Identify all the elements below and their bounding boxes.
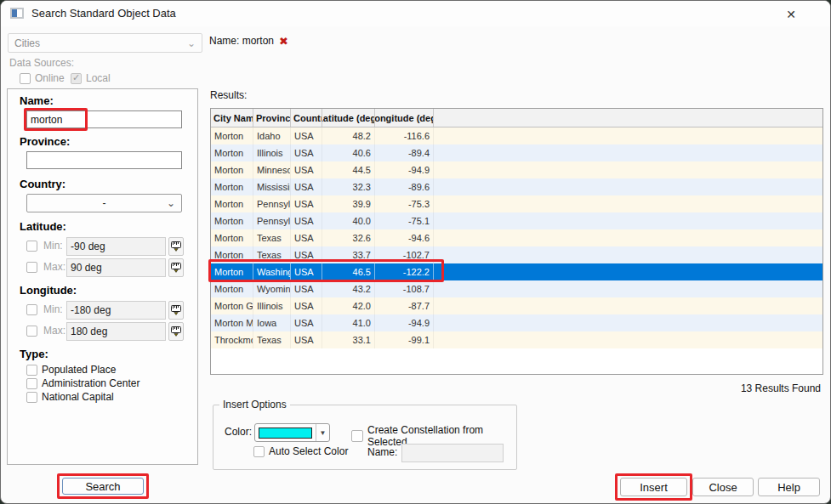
country-select[interactable]: - ⌄ bbox=[26, 194, 182, 212]
remove-filter-icon[interactable]: ✖ bbox=[279, 36, 288, 47]
table-cell: Mississipp bbox=[253, 178, 291, 195]
color-swatch bbox=[259, 428, 312, 439]
type-option-label: Administration Center bbox=[42, 377, 139, 389]
table-row[interactable]: MortonWashingtUSA46.5-122.2 bbox=[211, 263, 822, 280]
table-cell: 33.1 bbox=[322, 331, 375, 348]
table-cell: Morton bbox=[211, 161, 253, 178]
table-row[interactable]: MortonPennsylvaUSA40.0-75.1 bbox=[211, 212, 822, 229]
longitude-min-checkbox[interactable] bbox=[26, 304, 37, 315]
table-cell: -116.6 bbox=[375, 127, 434, 144]
type-option-checkbox[interactable] bbox=[26, 392, 37, 403]
search-button[interactable]: Search bbox=[62, 478, 144, 495]
type-option-label: Populated Place bbox=[42, 364, 116, 376]
table-cell: USA bbox=[291, 331, 322, 348]
table-row[interactable]: MortonMississippUSA32.3-89.6 bbox=[211, 178, 822, 195]
column-header-country[interactable]: Country bbox=[291, 109, 322, 127]
column-header-longitude[interactable]: Longitude (deg) bbox=[375, 109, 434, 127]
longitude-min-input[interactable] bbox=[66, 301, 166, 320]
name-input[interactable] bbox=[26, 110, 182, 128]
auto-select-color-checkbox[interactable] bbox=[253, 446, 265, 457]
catalog-select[interactable]: Cities ⌄ bbox=[8, 33, 202, 53]
angle-picker-button[interactable] bbox=[168, 301, 184, 320]
chevron-down-icon: ⌄ bbox=[187, 38, 202, 48]
type-option-row: Populated Place bbox=[26, 364, 116, 376]
type-option-row: Administration Center bbox=[26, 377, 139, 389]
ruler-icon bbox=[171, 326, 181, 337]
table-cell: -89.4 bbox=[375, 144, 434, 161]
color-picker-button[interactable]: ▼ bbox=[254, 423, 330, 442]
table-cell: Throckmort bbox=[211, 331, 253, 348]
table-cell: 40.0 bbox=[322, 212, 375, 229]
table-cell: 39.9 bbox=[322, 195, 375, 212]
type-option-checkbox[interactable] bbox=[26, 378, 37, 389]
local-checkbox[interactable] bbox=[71, 73, 82, 84]
table-cell: Morton bbox=[211, 127, 253, 144]
table-cell: USA bbox=[291, 127, 322, 144]
column-header-province[interactable]: Province bbox=[253, 109, 291, 127]
angle-picker-button[interactable] bbox=[168, 322, 184, 341]
longitude-min-row: Min: bbox=[26, 303, 66, 315]
table-row[interactable]: MortonPennsylvaUSA39.9-75.3 bbox=[211, 195, 822, 212]
table-cell: Washingt bbox=[253, 263, 291, 280]
table-cell: -94.9 bbox=[375, 161, 434, 178]
table-cell: Morton Mill bbox=[211, 314, 253, 331]
table-cell: USA bbox=[291, 229, 322, 246]
data-sources-label: Data Sources: bbox=[9, 57, 74, 69]
table-row[interactable]: MortonWyomingUSA43.2-108.7 bbox=[211, 280, 822, 297]
country-select-value: - bbox=[103, 197, 106, 209]
window-title: Search Standard Object Data bbox=[31, 7, 176, 20]
table-cell: 43.2 bbox=[322, 280, 375, 297]
online-checkbox[interactable] bbox=[20, 73, 31, 84]
column-header-filler bbox=[434, 109, 822, 127]
longitude-max-checkbox[interactable] bbox=[26, 326, 37, 337]
table-cell: Morton bbox=[211, 195, 253, 212]
constellation-name-input[interactable] bbox=[401, 444, 504, 462]
table-cell: USA bbox=[291, 195, 322, 212]
angle-picker-button[interactable] bbox=[168, 237, 184, 256]
type-option-checkbox[interactable] bbox=[26, 365, 37, 376]
close-button[interactable]: Close bbox=[692, 478, 754, 496]
longitude-max-input[interactable] bbox=[66, 322, 166, 341]
min-label: Min: bbox=[43, 303, 66, 315]
table-cell: Illinois bbox=[253, 297, 291, 314]
table-cell: Iowa bbox=[253, 314, 291, 331]
table-cell: -99.1 bbox=[375, 331, 434, 348]
auto-select-color-label: Auto Select Color bbox=[269, 445, 348, 457]
close-icon[interactable]: ✕ bbox=[783, 6, 800, 23]
column-header-latitude[interactable]: Latitude (deg) bbox=[322, 109, 375, 127]
table-row[interactable]: ThrockmortTexasUSA33.1-99.1 bbox=[211, 331, 822, 348]
table-row[interactable]: MortonMinnesotUSA44.5-94.9 bbox=[211, 161, 822, 178]
latitude-min-checkbox[interactable] bbox=[26, 241, 37, 252]
table-row[interactable]: MortonIdahoUSA48.2-116.6 bbox=[211, 127, 822, 144]
latitude-min-row: Min: bbox=[26, 240, 66, 252]
table-row[interactable]: MortonTexasUSA33.7-102.7 bbox=[211, 246, 822, 263]
latitude-max-checkbox[interactable] bbox=[26, 262, 37, 273]
latitude-min-input[interactable] bbox=[66, 237, 166, 256]
results-table-header: City Name Province Country Latitude (deg… bbox=[211, 109, 822, 127]
table-cell: USA bbox=[291, 161, 322, 178]
table-cell: Wyoming bbox=[253, 280, 291, 297]
results-table[interactable]: City Name Province Country Latitude (deg… bbox=[210, 108, 823, 375]
table-cell: Morton Gro bbox=[211, 297, 253, 314]
table-cell: 33.7 bbox=[322, 246, 375, 263]
table-cell: Texas bbox=[253, 246, 291, 263]
create-constellation-checkbox[interactable] bbox=[351, 430, 363, 442]
province-input[interactable] bbox=[26, 151, 182, 169]
angle-picker-button[interactable] bbox=[168, 258, 184, 277]
table-row[interactable]: MortonTexasUSA32.6-94.6 bbox=[211, 229, 822, 246]
help-button[interactable]: Help bbox=[758, 478, 820, 496]
table-cell: 44.5 bbox=[322, 161, 375, 178]
table-cell: -75.3 bbox=[375, 195, 434, 212]
ruler-icon bbox=[171, 305, 181, 315]
latitude-max-input[interactable] bbox=[66, 258, 166, 277]
column-header-city-name[interactable]: City Name bbox=[211, 109, 253, 127]
chevron-down-icon: ⌄ bbox=[167, 198, 175, 208]
table-row[interactable]: Morton MillIowaUSA41.0-94.9 bbox=[211, 314, 822, 331]
table-row[interactable]: MortonIllinoisUSA40.6-89.4 bbox=[211, 144, 822, 161]
table-cell: -122.2 bbox=[375, 263, 434, 280]
catalog-select-value: Cities bbox=[14, 37, 40, 49]
table-row[interactable]: Morton GroIllinoisUSA42.0-87.7 bbox=[211, 297, 822, 314]
latitude-section-label: Latitude: bbox=[20, 220, 66, 233]
table-cell: 42.0 bbox=[322, 297, 375, 314]
insert-button[interactable]: Insert bbox=[620, 478, 687, 496]
